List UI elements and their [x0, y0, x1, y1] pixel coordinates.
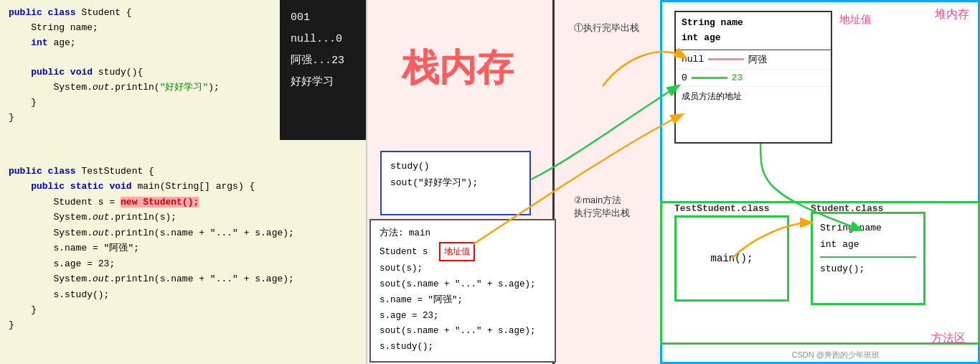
study-frame-line2: sout("好好学习");	[390, 174, 521, 191]
study-frame-line1: study()	[390, 158, 521, 174]
student-field-study: study();	[820, 256, 916, 277]
main-frame-study: s.study();	[380, 340, 546, 355]
field-string-name: String name	[682, 17, 743, 28]
main-frame-student-s: Student s 地址值	[380, 242, 546, 261]
annotation-execute-out1: ①执行完毕出栈	[574, 22, 639, 34]
aqiang-value: 阿强	[748, 53, 767, 66]
main-frame-name: s.name = "阿强";	[380, 293, 546, 309]
heap-label: 堆内存	[935, 7, 969, 22]
student-code: public class Student { String name; int …	[9, 6, 271, 125]
main-frame: 方法: main Student s 地址值 sout(s); sout(s.n…	[369, 219, 556, 363]
student-class-panel: public class Student { String name; int …	[0, 0, 280, 158]
study-frame: study() sout("好好学习");	[380, 151, 531, 215]
main-frame-sout3: sout(s.name + "..." + s.age);	[380, 324, 546, 340]
addr-badge: 地址值	[439, 242, 475, 261]
main-frame-sout2: sout(s.name + "..." + s.age);	[380, 277, 546, 293]
method-area-label: 方法区	[931, 331, 966, 346]
addr-value-label: 地址值	[839, 13, 872, 27]
object-box: String name int age null 阿强 0 23 成员方法的地址	[674, 11, 832, 144]
object-box-row-age: 0 23	[676, 70, 831, 87]
object-box-row-name: null 阿强	[676, 50, 831, 70]
object-box-footer: 成员方法的地址	[676, 87, 831, 106]
student-field-name: String name	[820, 220, 916, 236]
null-value: null	[682, 54, 704, 65]
student-field-age: int age	[820, 236, 916, 253]
object-box-header: String name int age	[676, 12, 831, 50]
stack-label: 栈内存	[402, 43, 514, 93]
green-arrow	[692, 77, 727, 79]
pink-arrow	[708, 58, 744, 60]
zero-value: 0	[682, 73, 687, 83]
teststudent-class-label: TestStudent.class	[674, 203, 770, 214]
twentythree-value: 23	[732, 73, 743, 83]
main-frame-age: s.age = 23;	[380, 309, 546, 325]
main-method-label: main();	[711, 253, 753, 264]
teststudent-class-panel: public class TestStudent { public static…	[0, 158, 366, 364]
annotation-execute-out2: ②main方法 执行完毕出栈	[574, 194, 630, 220]
teststudent-code: public class TestStudent { public static…	[9, 164, 357, 333]
main-method-box: main();	[674, 215, 789, 302]
main-frame-method: 方法: main	[380, 226, 546, 242]
main-frame-sout1: sout(s);	[380, 261, 546, 277]
csdn-label: CSDN @奔跑的少年班班	[792, 350, 880, 360]
field-int-age: int age	[682, 32, 721, 43]
student-fields-box: String name int age study();	[811, 212, 925, 305]
